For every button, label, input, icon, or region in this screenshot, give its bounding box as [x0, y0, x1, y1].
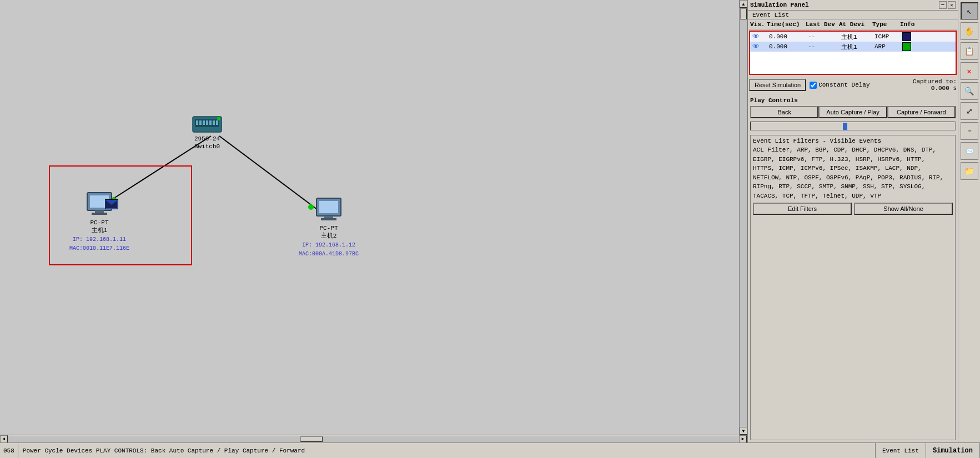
sim-panel-title: Simulation Panel	[750, 2, 809, 8]
event-atdev-1: 主机1	[841, 33, 875, 41]
bottom-left: 058 Power Cycle Devices PLAY CONTROLS: B…	[0, 443, 875, 458]
pc1-sublabel: 主机1	[92, 227, 108, 234]
vscroll-thumb[interactable]	[740, 8, 747, 19]
canvas-section: 2950-24 Switch0	[0, 0, 747, 442]
event-type-2: ARP	[875, 43, 902, 50]
sim-panel-titlebar: Simulation Panel — ✕	[748, 0, 958, 11]
svg-rect-9	[206, 120, 208, 125]
sim-inner: Event List Vis. Time(sec) Last Dev At De…	[748, 11, 958, 442]
svg-point-13	[217, 117, 220, 120]
sim-close-btn[interactable]: ✕	[948, 1, 956, 9]
event-list-label: Event List	[748, 11, 958, 20]
sim-minimize-btn[interactable]: —	[939, 1, 947, 9]
simulation-mode-btn[interactable]: Simulation	[926, 443, 980, 458]
pc1-device[interactable]: PC-PT 主机1 IP: 192.168.1.11 MAC:0010.11E7…	[69, 192, 129, 253]
edit-filters-btn[interactable]: Edit Filters	[753, 203, 852, 215]
envelope-icon	[105, 199, 118, 209]
captured-to: Captured to: 0.000 s	[913, 78, 957, 92]
event-row-1[interactable]: 👁 0.000 -- 主机1 ICMP	[750, 32, 956, 42]
status-text: Power Cycle Devices PLAY CONTROLS: Back …	[18, 443, 309, 458]
top-area: 2950-24 Switch0	[0, 0, 980, 442]
switch-sublabel: Switch0	[194, 143, 220, 150]
svg-rect-7	[199, 120, 202, 125]
pc2-sublabel: 主机2	[321, 232, 337, 240]
captured-label: Captured to:	[913, 78, 957, 85]
event-type-1: ICMP	[875, 33, 902, 40]
pc2-mac: MAC:000A.41D8.97BC	[299, 250, 359, 258]
bottom-bar: 058 Power Cycle Devices PLAY CONTROLS: B…	[0, 442, 980, 458]
filters-area: Event List Filters - Visible Events ACL …	[750, 135, 956, 440]
hscroll-left-btn[interactable]: ◄	[0, 435, 8, 443]
shapes-tool-btn[interactable]: ⋯	[961, 122, 978, 140]
event-list-mode-btn[interactable]: Event List	[876, 443, 926, 458]
cursor-tool-btn[interactable]: ↖	[961, 2, 978, 20]
hscroll-thumb[interactable]	[300, 436, 323, 442]
event-list-body: 👁 0.000 -- 主机1 ICMP 👁 0.000 -- 主机1 ARP	[749, 31, 957, 75]
canvas-hscroll: ◄ ►	[0, 435, 747, 442]
svg-rect-8	[203, 120, 205, 125]
svg-rect-17	[92, 213, 107, 215]
vscroll-track[interactable]	[740, 8, 747, 427]
auto-capture-btn[interactable]: Auto Capture / Play	[818, 106, 887, 118]
svg-rect-12	[216, 120, 218, 125]
event-vis-1: 👁	[752, 33, 769, 41]
hscroll-track[interactable]	[8, 436, 739, 442]
event-table-header: Vis. Time(sec) Last Dev At Devi Type Inf…	[748, 20, 958, 29]
constant-delay-checkbox[interactable]	[810, 82, 817, 89]
hand-tool-btn[interactable]: ✋	[961, 22, 978, 40]
constant-delay-text: Constant Delay	[818, 82, 870, 88]
play-controls-label: Play Controls	[748, 96, 958, 105]
event-vis-2: 👁	[752, 43, 769, 51]
bottom-right: Event List Simulation	[875, 443, 980, 458]
reset-simulation-btn[interactable]: Reset Simulation	[749, 79, 806, 91]
delete-tool-btn[interactable]: ✕	[961, 62, 978, 80]
vscroll-down-btn[interactable]: ▼	[740, 427, 747, 435]
col-lastdev: Last Dev	[806, 21, 839, 28]
event-time-1: 0.000	[769, 33, 808, 40]
col-info: Info	[900, 21, 933, 28]
switch-label: 2950-24	[194, 135, 220, 143]
back-btn[interactable]: Back	[750, 106, 818, 118]
pc2-icon	[312, 197, 345, 223]
play-btns: Back Auto Capture / Play Capture / Forwa…	[750, 106, 956, 118]
hscroll-right-btn[interactable]: ►	[739, 435, 747, 443]
zoom-tool-btn[interactable]: 🔍	[961, 82, 978, 100]
switch-icon	[192, 114, 223, 135]
pc1-label: PC-PT	[91, 219, 109, 227]
note-tool-btn[interactable]: 📋	[961, 42, 978, 60]
resize-tool-btn[interactable]: ⤢	[961, 102, 978, 120]
filters-title: Event List Filters - Visible Events	[753, 138, 953, 144]
event-atdev-2: 主机1	[841, 43, 875, 51]
canvas-scroll-area: 2950-24 Switch0	[0, 0, 747, 435]
event-row-2[interactable]: 👁 0.000 -- 主机1 ARP	[750, 42, 956, 52]
event-lastdev-2: --	[808, 43, 841, 50]
play-progress-bar	[843, 123, 847, 130]
show-all-none-btn[interactable]: Show All/None	[854, 203, 953, 215]
event-color-2	[902, 42, 911, 51]
event-color-1	[902, 32, 911, 41]
pc2-ip: IP: 192.168.1.12	[302, 241, 355, 249]
vscroll-up-btn[interactable]: ▲	[740, 0, 747, 8]
captured-val: 0.000 s	[913, 85, 957, 92]
col-vis: Vis.	[750, 21, 767, 28]
folder-tool-btn[interactable]: 📁	[961, 162, 978, 180]
event-time-2: 0.000	[769, 43, 808, 50]
main-container: 2950-24 Switch0	[0, 0, 980, 458]
simulation-panel: Simulation Panel — ✕ Event List Vis. Tim…	[747, 0, 958, 442]
status-number: 058	[0, 443, 18, 458]
pc2-device[interactable]: PC-PT 主机2 IP: 192.168.1.12 MAC:000A.41D8…	[299, 197, 359, 258]
pc2-label: PC-PT	[320, 224, 338, 232]
svg-rect-21	[321, 218, 336, 220]
capture-forward-btn[interactable]: Capture / Forward	[887, 106, 956, 118]
play-progress[interactable]	[750, 122, 956, 130]
col-atdev: At Devi	[839, 21, 872, 28]
titlebar-btns: — ✕	[939, 1, 956, 9]
switch-device[interactable]: 2950-24 Switch0	[192, 114, 223, 151]
constant-delay-label: Constant Delay	[810, 82, 870, 89]
cable-tool-btn[interactable]: 📨	[961, 142, 978, 160]
right-toolbar: ↖ ✋ 📋 ✕ 🔍 ⤢ ⋯ 📨 📁	[958, 0, 980, 442]
svg-rect-10	[209, 120, 212, 125]
filters-text: ACL Filter, ARP, BGP, CDP, DHCP, DHCPv6,…	[753, 145, 953, 200]
event-lastdev-1: --	[808, 33, 841, 40]
canvas-area: 2950-24 Switch0	[0, 0, 739, 435]
